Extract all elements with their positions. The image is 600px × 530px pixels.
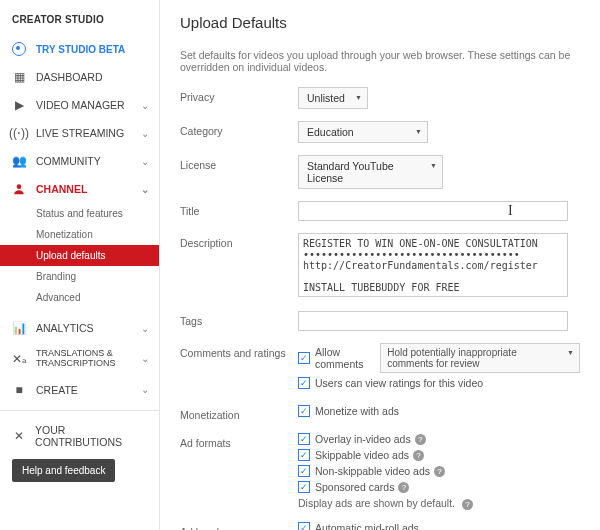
- adformats-label: Ad formats: [180, 433, 298, 449]
- nav-community[interactable]: 👥 COMMUNITY ⌄: [0, 147, 159, 175]
- nav-analytics-label: ANALYTICS: [36, 322, 94, 334]
- nav-dashboard-label: DASHBOARD: [36, 71, 103, 83]
- help-icon[interactable]: ?: [398, 482, 409, 493]
- category-dropdown[interactable]: Education: [298, 121, 428, 143]
- sub-monetization[interactable]: Monetization: [0, 224, 159, 245]
- nav-live-label: LIVE STREAMING: [36, 127, 124, 139]
- help-feedback-button[interactable]: Help and feedback: [12, 459, 115, 482]
- overlay-ads-checkbox[interactable]: [298, 433, 310, 445]
- chevron-down-icon: ⌄: [141, 184, 149, 195]
- sub-status[interactable]: Status and features: [0, 203, 159, 224]
- text-cursor-icon: I: [508, 203, 513, 219]
- nonskippable-ads-text: Non-skippable video ads: [315, 465, 430, 477]
- page-title: Upload Defaults: [180, 14, 580, 31]
- help-icon[interactable]: ?: [415, 434, 426, 445]
- title-label: Title: [180, 201, 298, 217]
- nav-create[interactable]: ■ CREATE ⌄: [0, 376, 159, 404]
- nav-video-manager-label: VIDEO MANAGER: [36, 99, 125, 111]
- chevron-down-icon: ⌄: [141, 156, 149, 167]
- nonskippable-ads-checkbox[interactable]: [298, 465, 310, 477]
- nav-translations[interactable]: ✕ₐ TRANSLATIONS & TRANSCRIPTIONS ⌄: [0, 342, 159, 376]
- translate-icon: ✕ₐ: [12, 352, 26, 366]
- midroll-checkbox[interactable]: [298, 522, 310, 530]
- adbreaks-label: Ad breaks: [180, 522, 298, 530]
- nav-dashboard[interactable]: ▦ DASHBOARD: [0, 63, 159, 91]
- midroll-text: Automatic mid-roll ads: [315, 522, 419, 530]
- title-input[interactable]: [298, 201, 568, 221]
- license-dropdown[interactable]: Standard YouTube License: [298, 155, 443, 189]
- monetize-checkbox[interactable]: [298, 405, 310, 417]
- skippable-ads-text: Skippable video ads: [315, 449, 409, 461]
- chevron-down-icon: ⌄: [141, 384, 149, 395]
- license-label: License: [180, 155, 298, 171]
- moderation-dropdown[interactable]: Hold potentially inappropriate comments …: [380, 343, 580, 373]
- dashboard-icon: ▦: [12, 70, 26, 84]
- skippable-ads-checkbox[interactable]: [298, 449, 310, 461]
- contrib-icon: ✕: [12, 429, 25, 443]
- nav-contributions[interactable]: ✕ YOUR CONTRIBUTIONS: [0, 417, 159, 455]
- main-content: Upload Defaults Set defaults for videos …: [160, 0, 600, 530]
- chevron-down-icon: ⌄: [141, 128, 149, 139]
- monetization-label: Monetization: [180, 405, 298, 421]
- community-icon: 👥: [12, 154, 26, 168]
- nav-try-beta-label: TRY STUDIO BETA: [36, 44, 125, 55]
- nav-community-label: COMMUNITY: [36, 155, 101, 167]
- ratings-text: Users can view ratings for this video: [315, 377, 483, 389]
- nav-try-beta[interactable]: TRY STUDIO BETA: [0, 35, 159, 63]
- comments-label: Comments and ratings: [180, 343, 298, 359]
- chevron-down-icon: ⌄: [141, 353, 149, 364]
- category-label: Category: [180, 121, 298, 137]
- overlay-ads-text: Overlay in-video ads: [315, 433, 411, 445]
- chevron-down-icon: ⌄: [141, 323, 149, 334]
- intro-text: Set defaults for videos you upload throu…: [180, 49, 580, 73]
- live-icon: ((⋅)): [12, 126, 26, 140]
- video-icon: ▶: [12, 98, 26, 112]
- svg-point-0: [17, 184, 22, 189]
- nav-channel-label: CHANNEL: [36, 183, 87, 195]
- sponsored-cards-text: Sponsored cards: [315, 481, 394, 493]
- chevron-down-icon: ⌄: [141, 100, 149, 111]
- tags-label: Tags: [180, 311, 298, 327]
- help-icon[interactable]: ?: [413, 450, 424, 461]
- nav-channel[interactable]: CHANNEL ⌄: [0, 175, 159, 203]
- nav-live-streaming[interactable]: ((⋅)) LIVE STREAMING ⌄: [0, 119, 159, 147]
- sidebar-title: CREATOR STUDIO: [0, 8, 159, 35]
- gear-icon: [12, 42, 26, 56]
- channel-icon: [12, 182, 26, 196]
- allow-comments-checkbox[interactable]: [298, 352, 310, 364]
- sub-branding[interactable]: Branding: [0, 266, 159, 287]
- privacy-dropdown[interactable]: Unlisted: [298, 87, 368, 109]
- analytics-icon: 📊: [12, 321, 26, 335]
- help-icon[interactable]: ?: [434, 466, 445, 477]
- nav-analytics[interactable]: 📊 ANALYTICS ⌄: [0, 314, 159, 342]
- create-icon: ■: [12, 383, 26, 397]
- description-label: Description: [180, 233, 298, 249]
- sidebar: CREATOR STUDIO TRY STUDIO BETA ▦ DASHBOA…: [0, 0, 160, 530]
- nav-video-manager[interactable]: ▶ VIDEO MANAGER ⌄: [0, 91, 159, 119]
- nav-contributions-label: YOUR CONTRIBUTIONS: [35, 424, 147, 448]
- help-icon[interactable]: ?: [462, 499, 473, 510]
- nav-translations-label: TRANSLATIONS & TRANSCRIPTIONS: [36, 349, 147, 369]
- sub-upload-defaults[interactable]: Upload defaults: [0, 245, 159, 266]
- nav-create-label: CREATE: [36, 384, 78, 396]
- ratings-checkbox[interactable]: [298, 377, 310, 389]
- monetize-text: Monetize with ads: [315, 405, 399, 417]
- sponsored-cards-checkbox[interactable]: [298, 481, 310, 493]
- sub-advanced[interactable]: Advanced: [0, 287, 159, 308]
- allow-comments-text: Allow comments: [315, 346, 374, 370]
- description-textarea[interactable]: [298, 233, 568, 297]
- privacy-label: Privacy: [180, 87, 298, 103]
- tags-input[interactable]: [298, 311, 568, 331]
- display-ads-note: Display ads are shown by default.: [298, 497, 455, 509]
